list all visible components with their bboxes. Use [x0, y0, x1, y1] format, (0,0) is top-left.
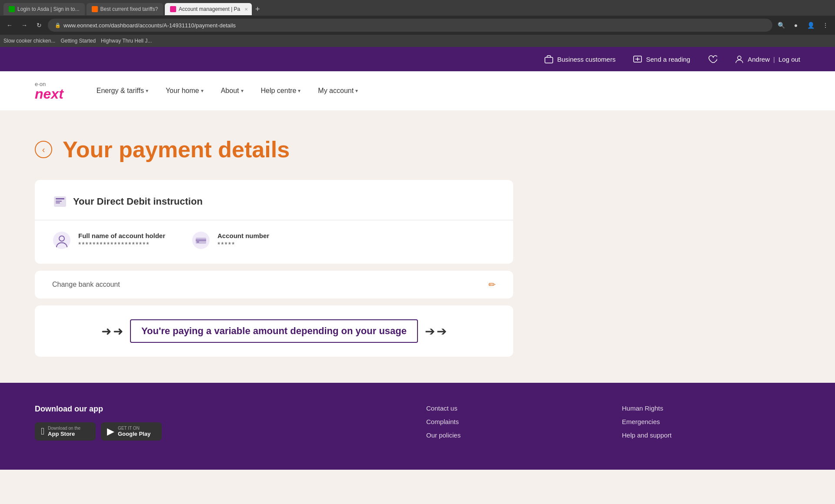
- user-icon: [735, 54, 744, 64]
- human-rights-link[interactable]: Human Rights: [622, 405, 800, 412]
- main-nav: e·on next Energy & tariffs ▾ Your home ▾…: [0, 71, 835, 110]
- eon-next-logo: e·on next: [35, 81, 63, 101]
- tab-bar: Login to Asda | Sign in to... Best curre…: [0, 0, 835, 16]
- help-support-link[interactable]: Help and support: [622, 431, 800, 439]
- browser-chrome: Login to Asda | Sign in to... Best curre…: [0, 0, 835, 47]
- account-holder-value: ********************: [78, 241, 165, 249]
- account-holder-field: Full name of account holder ************…: [52, 231, 165, 250]
- lock-icon: 🔒: [55, 23, 61, 28]
- bookmark-2[interactable]: Getting Started: [60, 38, 96, 44]
- menu-button[interactable]: ⋮: [819, 19, 832, 31]
- our-policies-link[interactable]: Our policies: [426, 431, 605, 439]
- nav-help-label: Help centre: [261, 87, 297, 95]
- bookmark-1[interactable]: Slow cooker chicken...: [3, 38, 55, 44]
- arrow-left-outer-icon: ➜: [101, 324, 111, 338]
- svg-point-7: [53, 232, 70, 249]
- tab2-favicon: [92, 6, 98, 12]
- card-divider: [35, 220, 513, 220]
- svg-rect-12: [197, 242, 199, 242]
- nav-item-energy[interactable]: Energy & tariffs ▾: [90, 83, 155, 98]
- google-play-icon: ▶: [107, 426, 114, 437]
- play-store-text: GET IT ON Google Play: [118, 426, 150, 437]
- play-store-sub: GET IT ON: [118, 426, 150, 431]
- tab1-favicon: [9, 6, 15, 12]
- search-button[interactable]: 🔍: [775, 19, 787, 31]
- tab-2[interactable]: Best current fixed tariffs?: [87, 3, 164, 15]
- svg-rect-0: [545, 57, 553, 63]
- play-store-button[interactable]: ▶ GET IT ON Google Play: [101, 422, 162, 441]
- contact-us-link[interactable]: Contact us: [426, 405, 605, 412]
- profile-button[interactable]: 👤: [805, 19, 817, 31]
- business-customers-label: Business customers: [557, 56, 615, 63]
- play-store-name: Google Play: [118, 431, 150, 437]
- nav-item-my-account[interactable]: My account ▾: [311, 83, 365, 98]
- back-button[interactable]: ‹: [35, 141, 52, 158]
- page-content: ‹ Your payment details Your Direct Debit…: [0, 110, 835, 383]
- arrow-right-group: ➔ ➔: [425, 324, 447, 338]
- direct-debit-title: Your Direct Debit instruction: [73, 196, 203, 207]
- variable-payment-card: ➜ ➜ You're paying a variable amount depe…: [35, 305, 513, 357]
- new-tab-button[interactable]: +: [254, 5, 262, 14]
- briefcase-icon: [544, 54, 554, 64]
- arrow-right-inner-icon: ➔: [425, 324, 435, 338]
- username-label: Andrew: [748, 56, 770, 63]
- footer-grid: Download our app  Download on the App S…: [35, 405, 800, 445]
- nav-item-help[interactable]: Help centre ▾: [254, 83, 308, 98]
- apple-icon: : [41, 426, 44, 437]
- svg-rect-6: [56, 202, 60, 203]
- nav-about-label: About: [221, 87, 239, 95]
- account-fields: Full name of account holder ************…: [52, 231, 496, 250]
- address-text: www.eonnext.com/dashboard/accounts/A-149…: [63, 22, 236, 29]
- app-store-name: App Store: [48, 431, 80, 437]
- nav-links: Energy & tariffs ▾ Your home ▾ About ▾ H…: [90, 83, 800, 98]
- tab-3[interactable]: Account management | Pa ✕: [165, 3, 252, 15]
- tab3-close-icon[interactable]: ✕: [244, 7, 248, 12]
- send-reading-link[interactable]: Send a reading: [633, 54, 690, 64]
- complaints-link[interactable]: Complaints: [426, 418, 605, 425]
- nav-item-about[interactable]: About ▾: [214, 83, 250, 98]
- reload-button[interactable]: ↻: [33, 19, 45, 31]
- direct-debit-card: Your Direct Debit instruction Full name …: [35, 180, 513, 264]
- nav-item-your-home[interactable]: Your home ▾: [159, 83, 210, 98]
- address-bar[interactable]: 🔒 www.eonnext.com/dashboard/accounts/A-1…: [48, 19, 772, 32]
- app-buttons:  Download on the App Store ▶ GET IT ON …: [35, 422, 213, 441]
- nav-your-home-label: Your home: [166, 87, 199, 95]
- arrow-left-inner-icon: ➜: [113, 324, 123, 338]
- app-store-sub: Download on the: [48, 426, 80, 431]
- footer-spacer: [230, 405, 409, 445]
- meter-icon: [633, 54, 642, 64]
- nav-my-account-label: My account: [318, 87, 354, 95]
- send-reading-label: Send a reading: [646, 56, 690, 63]
- logo-area[interactable]: e·on next: [35, 81, 63, 101]
- extensions-button[interactable]: ●: [790, 19, 802, 31]
- svg-rect-5: [56, 201, 62, 202]
- utility-divider: |: [773, 56, 775, 63]
- arrow-left-group: ➜ ➜: [101, 324, 123, 338]
- tab3-label: Account management | Pa: [179, 6, 240, 12]
- nav-help-chevron: ▾: [298, 88, 301, 94]
- app-store-text: Download on the App Store: [48, 426, 80, 437]
- change-bank-label: Change bank account: [52, 281, 120, 288]
- direct-debit-title-area: Your Direct Debit instruction: [52, 194, 496, 209]
- change-bank-card[interactable]: Change bank account ✏: [35, 271, 513, 298]
- nav-energy-label: Energy & tariffs: [97, 87, 144, 95]
- bookmark-3[interactable]: Highway Thru Hell J...: [101, 38, 152, 44]
- emergencies-link[interactable]: Emergencies: [622, 418, 800, 425]
- footer-links-col1: Contact us Complaints Our policies: [426, 405, 605, 445]
- heart-icon-link[interactable]: [708, 54, 717, 64]
- back-nav-button[interactable]: ←: [3, 19, 16, 31]
- nav-my-account-chevron: ▾: [355, 88, 358, 94]
- arrow-right-outer-icon: ➔: [437, 324, 447, 338]
- business-customers-link[interactable]: Business customers: [544, 54, 615, 64]
- user-account-link[interactable]: Andrew | Log out: [735, 54, 800, 64]
- direct-debit-icon: [52, 194, 68, 209]
- nav-energy-chevron: ▾: [146, 88, 148, 94]
- utility-bar: Business customers Send a reading Andrew…: [0, 47, 835, 71]
- tab-1[interactable]: Login to Asda | Sign in to...: [3, 3, 85, 15]
- logout-label[interactable]: Log out: [778, 56, 800, 63]
- app-store-button[interactable]:  Download on the App Store: [35, 422, 96, 441]
- forward-nav-button[interactable]: →: [18, 19, 30, 31]
- account-number-label: Account number: [217, 232, 269, 239]
- person-icon: [52, 231, 71, 250]
- footer-app-title: Download our app: [35, 405, 213, 414]
